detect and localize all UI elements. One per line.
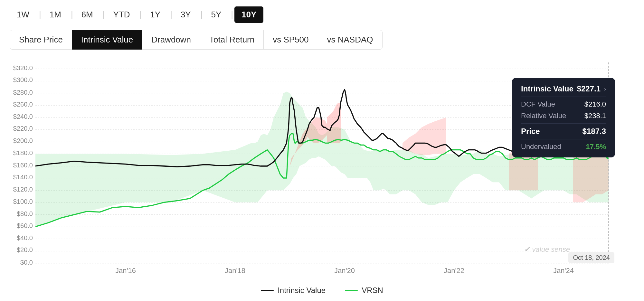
- svg-text:Jan'20: Jan'20: [334, 267, 355, 275]
- tooltip-intrinsic-value: $227.1: [577, 84, 601, 93]
- svg-text:$80.0: $80.0: [17, 210, 33, 217]
- tooltip-relative-label: Relative Value: [521, 112, 566, 120]
- tooltip-dcf-value: $216.0: [584, 100, 606, 108]
- tooltip-intrinsic-label: Intrinsic Value: [521, 84, 573, 93]
- tooltip-price-label: Price: [521, 127, 540, 136]
- svg-text:$120.0: $120.0: [13, 186, 33, 193]
- svg-text:Jan'18: Jan'18: [225, 267, 245, 275]
- main-container: 1W | 1M | 6M | YTD | 1Y | 3Y | 5Y | 10Y …: [0, 0, 644, 301]
- svg-text:Jan'16: Jan'16: [115, 267, 136, 275]
- time-btn-10y[interactable]: 10Y: [234, 6, 263, 23]
- tab-vs-nasdaq[interactable]: vs NASDAQ: [318, 30, 383, 50]
- tooltip-price-value: $187.3: [582, 127, 606, 136]
- time-btn-1m[interactable]: 1M: [43, 6, 68, 23]
- svg-text:$0.0: $0.0: [20, 259, 33, 266]
- watermark: ✓ value sense: [524, 245, 570, 254]
- svg-text:Jan'22: Jan'22: [444, 267, 464, 275]
- legend-vrsn: VRSN: [345, 286, 383, 295]
- svg-text:$320.0: $320.0: [13, 64, 33, 71]
- tooltip-intrinsic-row: Intrinsic Value $227.1 ›: [521, 84, 606, 93]
- legend-intrinsic-value: Intrinsic Value: [261, 286, 326, 295]
- tab-drawdown[interactable]: Drawdown: [142, 30, 200, 50]
- tab-intrinsic-value[interactable]: Intrinsic Value: [72, 30, 142, 50]
- tab-share-price[interactable]: Share Price: [10, 30, 72, 50]
- tooltip-dcf-label: DCF Value: [521, 100, 555, 108]
- tooltip-undervalued-row: Undervalued 17.5%: [521, 143, 606, 151]
- tooltip-undervalued-value: 17.5%: [586, 143, 606, 151]
- tooltip-relative-row: Relative Value $238.1: [521, 112, 606, 120]
- svg-text:$160.0: $160.0: [13, 162, 33, 169]
- tab-vs-sp500[interactable]: vs SP500: [263, 30, 318, 50]
- time-btn-1w[interactable]: 1W: [10, 6, 36, 23]
- tooltip-price-row: Price $187.3: [521, 127, 606, 136]
- time-range-bar: 1W | 1M | 6M | YTD | 1Y | 3Y | 5Y | 10Y: [10, 6, 634, 23]
- time-btn-ytd[interactable]: YTD: [106, 6, 137, 23]
- svg-text:$200.0: $200.0: [13, 137, 33, 144]
- svg-text:Jan'24: Jan'24: [553, 267, 574, 275]
- svg-text:$100.0: $100.0: [13, 198, 33, 205]
- svg-text:$180.0: $180.0: [13, 149, 33, 156]
- legend-line-green: [345, 290, 358, 291]
- time-btn-6m[interactable]: 6M: [74, 6, 100, 23]
- svg-text:$280.0: $280.0: [13, 89, 33, 96]
- date-label: Oct 18, 2024: [568, 252, 614, 263]
- tooltip-dcf-row: DCF Value $216.0: [521, 100, 606, 108]
- legend-intrinsic-label: Intrinsic Value: [278, 286, 326, 295]
- svg-text:$40.0: $40.0: [17, 234, 33, 241]
- time-btn-5y[interactable]: 5Y: [204, 6, 228, 23]
- time-btn-1y[interactable]: 1Y: [143, 6, 167, 23]
- svg-text:$300.0: $300.0: [13, 76, 33, 83]
- tooltip-relative-value: $238.1: [584, 112, 606, 120]
- chart-tabs: Share Price Intrinsic Value Drawdown Tot…: [10, 30, 634, 50]
- svg-text:$140.0: $140.0: [13, 174, 33, 181]
- svg-text:$240.0: $240.0: [13, 113, 33, 120]
- tab-total-return[interactable]: Total Return: [200, 30, 264, 50]
- legend-line-black: [261, 290, 274, 291]
- legend-vrsn-label: VRSN: [362, 286, 383, 295]
- tooltip-box: Intrinsic Value $227.1 › DCF Value $216.…: [512, 78, 615, 157]
- svg-text:$20.0: $20.0: [17, 246, 33, 253]
- svg-text:$60.0: $60.0: [17, 222, 33, 229]
- chart-legend: Intrinsic Value VRSN: [10, 286, 634, 298]
- time-btn-3y[interactable]: 3Y: [174, 6, 198, 23]
- tooltip-undervalued-label: Undervalued: [521, 143, 561, 151]
- svg-text:$220.0: $220.0: [13, 125, 33, 132]
- svg-text:$260.0: $260.0: [13, 101, 33, 108]
- chevron-right-icon: ›: [604, 86, 606, 92]
- chart-area: $320.0 $300.0 $280.0 $260.0 $240.0 $220.…: [10, 62, 634, 283]
